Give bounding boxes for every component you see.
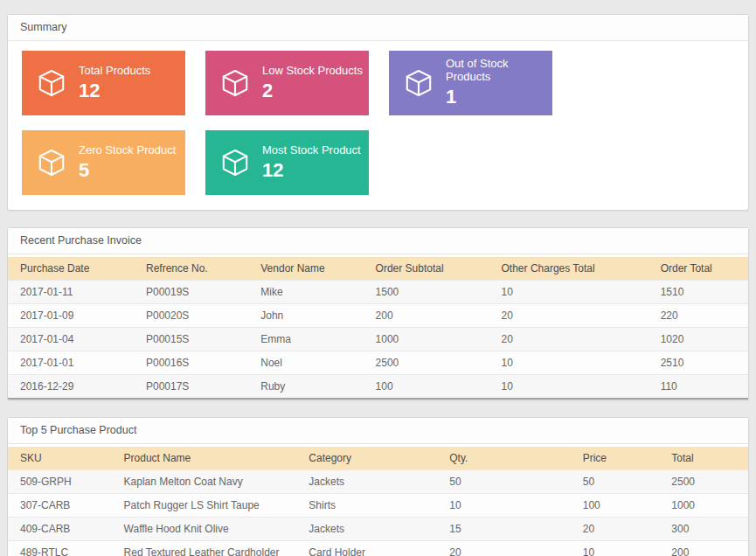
table-row: 509-GRPHKaplan Melton Coat NavyJackets50…: [8, 470, 748, 494]
table-row: 2017-01-01P00016SNoel2500102510: [8, 351, 748, 375]
column-header: Order Total: [648, 257, 748, 281]
table-header-row: SKUProduct NameCategoryQty.PriceTotal: [8, 447, 748, 470]
top-purchase-product-table: SKUProduct NameCategoryQty.PriceTotal 50…: [8, 447, 748, 556]
table-cell: 20: [489, 328, 648, 351]
summary-card[interactable]: Most Stock Product 12: [205, 130, 369, 195]
table-row: 2016-12-29P00017SRuby10010110: [8, 375, 748, 400]
card-value: 1: [446, 86, 552, 108]
table-cell: Mike: [248, 281, 363, 304]
card-value: 12: [79, 80, 150, 101]
table-cell: 2016-12-29: [8, 375, 134, 400]
summary-card[interactable]: Zero Stock Product 5: [22, 130, 185, 195]
table-cell: Jackets: [296, 518, 437, 541]
table-cell: 1020: [648, 328, 748, 351]
table-cell: 20: [437, 541, 570, 556]
column-header: Price: [571, 447, 660, 470]
table-cell: 2510: [648, 351, 748, 375]
summary-card[interactable]: Total Products 12: [22, 51, 185, 115]
table-cell: 220: [648, 304, 748, 328]
table-cell: Patch Rugger LS Shirt Taupe: [112, 494, 297, 518]
table-cell: P00017S: [134, 375, 248, 400]
table-cell: 307-CARB: [8, 494, 112, 518]
table-header-row: Purchase DateRefrence No.Vendor NameOrde…: [8, 257, 748, 281]
table-cell: Kaplan Melton Coat Navy: [112, 470, 297, 494]
column-header: Order Subtotal: [364, 257, 489, 281]
summary-panel-header: Summary: [8, 15, 748, 41]
recent-purchase-invoice-panel: Recent Purchase Invoice Purchase DateRef…: [7, 227, 749, 400]
table-cell: P00020S: [134, 304, 248, 328]
table-row: 307-CARBPatch Rugger LS Shirt TaupeShirt…: [8, 494, 748, 518]
column-header: Qty.: [437, 447, 570, 470]
card-text: Most Stock Product 12: [262, 144, 361, 181]
table-cell: 100: [364, 375, 489, 400]
table-cell: 1000: [364, 328, 489, 351]
summary-panel: Summary Total Products 12 Low Stock Prod…: [7, 14, 749, 211]
table-cell: Ruby: [248, 375, 363, 400]
top-purchase-product-header: Top 5 Purchase Product: [8, 418, 748, 444]
card-text: Low Stock Products 2: [262, 65, 363, 101]
table-cell: John: [248, 304, 363, 328]
column-header: Refrence No.: [134, 257, 248, 281]
cube-icon: [403, 67, 434, 99]
table-cell: 2500: [659, 470, 748, 494]
table-cell: 15: [437, 518, 570, 541]
table-cell: 200: [364, 304, 489, 328]
card-text: Out of Stock Products 1: [446, 58, 552, 108]
recent-purchase-invoice-title: Recent Purchase Invoice: [20, 234, 142, 247]
cube-icon: [36, 67, 67, 99]
table-cell: 2500: [364, 351, 489, 375]
summary-cards: Total Products 12 Low Stock Products 2 O: [8, 41, 748, 210]
table-cell: 10: [489, 375, 648, 400]
summary-card[interactable]: Low Stock Products 2: [205, 51, 369, 115]
column-header: Vendor Name: [248, 257, 363, 281]
column-header: Category: [296, 447, 437, 470]
table-cell: 20: [489, 304, 648, 328]
cube-icon: [36, 147, 67, 178]
table-cell: 10: [571, 541, 660, 556]
top-purchase-product-panel: Top 5 Purchase Product SKUProduct NameCa…: [7, 417, 749, 556]
column-header: SKU: [8, 447, 112, 470]
table-cell: 489-RTLC: [8, 541, 112, 556]
recent-purchase-invoice-table: Purchase DateRefrence No.Vendor NameOrde…: [8, 257, 748, 400]
column-header: Purchase Date: [8, 257, 134, 281]
table-cell: 10: [437, 494, 570, 518]
table-cell: Shirts: [296, 494, 437, 518]
table-cell: 2017-01-01: [8, 351, 134, 375]
table-row: 409-CARBWaffle Hood Knit OliveJackets152…: [8, 518, 748, 541]
summary-title: Summary: [20, 21, 66, 33]
card-label: Low Stock Products: [262, 65, 363, 78]
table-cell: Emma: [248, 328, 363, 351]
card-text: Total Products 12: [79, 65, 150, 101]
table-cell: Noel: [248, 351, 363, 375]
card-label: Zero Stock Product: [79, 144, 176, 157]
table-cell: 300: [659, 518, 748, 541]
table-row: 2017-01-09P00020SJohn20020220: [8, 304, 748, 328]
table-cell: Red Textured Leather Cardholder: [112, 541, 297, 556]
table-cell: 10: [489, 281, 648, 304]
table-row: 2017-01-11P00019SMike1500101510: [8, 281, 748, 304]
table-cell: 10: [489, 351, 648, 375]
table-cell: 1510: [648, 281, 748, 304]
table-cell: 100: [571, 494, 660, 518]
table-cell: 50: [437, 470, 570, 494]
card-label: Most Stock Product: [262, 144, 361, 157]
table-cell: 509-GRPH: [8, 470, 112, 494]
card-value: 5: [79, 159, 176, 181]
column-header: Total: [659, 447, 748, 470]
table-cell: 20: [571, 518, 660, 541]
dashboard-page: Summary Total Products 12 Low Stock Prod…: [0, 0, 756, 556]
table-row: 489-RTLCRed Textured Leather CardholderC…: [8, 541, 748, 556]
table-cell: 2017-01-04: [8, 328, 134, 351]
table-cell: 200: [659, 541, 748, 556]
table-cell: 50: [571, 470, 660, 494]
table-cell: P00016S: [134, 351, 248, 375]
table-cell: 1500: [364, 281, 489, 304]
table-row: 2017-01-04P00015SEmma1000201020: [8, 328, 748, 351]
table-cell: Card Holder: [296, 541, 437, 556]
table-cell: 2017-01-09: [8, 304, 134, 328]
summary-card[interactable]: Out of Stock Products 1: [389, 51, 552, 115]
table-cell: 409-CARB: [8, 518, 112, 541]
card-label: Total Products: [79, 65, 150, 78]
recent-purchase-invoice-header: Recent Purchase Invoice: [8, 228, 748, 254]
column-header: Other Charges Total: [489, 257, 648, 281]
